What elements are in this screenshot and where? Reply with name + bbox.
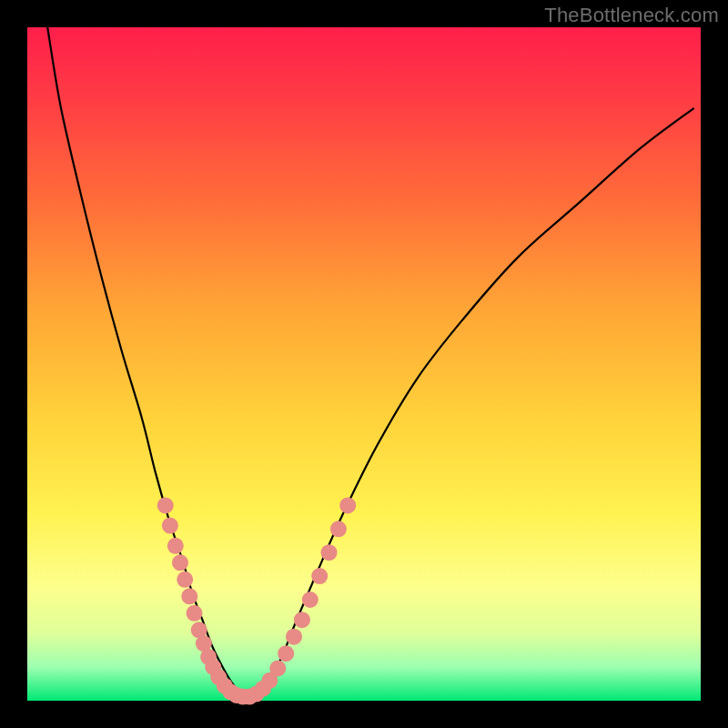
data-point bbox=[311, 568, 328, 584]
bottleneck-curve bbox=[47, 27, 693, 695]
chart-svg bbox=[27, 27, 701, 701]
data-point bbox=[157, 497, 174, 513]
data-point bbox=[302, 592, 318, 608]
data-point bbox=[177, 571, 193, 588]
data-point bbox=[162, 518, 178, 534]
plot-area bbox=[27, 27, 701, 701]
data-point bbox=[269, 661, 286, 677]
data-point bbox=[294, 612, 310, 628]
chart-frame: TheBottleneck.com bbox=[0, 0, 728, 728]
data-point bbox=[339, 497, 356, 513]
data-point bbox=[330, 521, 347, 537]
data-point bbox=[187, 605, 203, 622]
watermark-label: TheBottleneck.com bbox=[544, 4, 719, 27]
data-point bbox=[181, 588, 197, 604]
data-point bbox=[321, 544, 338, 561]
data-point-markers bbox=[157, 497, 357, 704]
data-point bbox=[286, 629, 302, 645]
data-point bbox=[167, 538, 184, 554]
data-point bbox=[278, 645, 294, 662]
data-point bbox=[172, 554, 188, 571]
